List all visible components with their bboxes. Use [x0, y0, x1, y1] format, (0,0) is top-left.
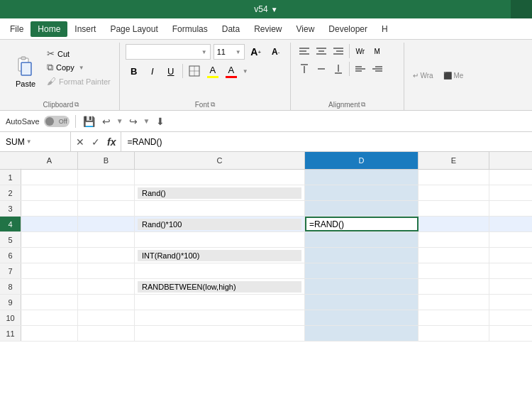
font-color-dropdown-icon[interactable]: ▼ [243, 68, 248, 75]
font-size-decrease-button[interactable]: A- [267, 44, 284, 60]
cell-a3[interactable] [21, 201, 78, 216]
menu-file[interactable]: File [3, 21, 31, 37]
cell-d1[interactable] [305, 170, 419, 185]
cell-b7[interactable] [78, 263, 135, 278]
cell-d7[interactable] [305, 263, 419, 278]
copy-button[interactable]: ⧉ Copy ▼ [44, 60, 113, 75]
cell-c8[interactable]: RANDBETWEEN(low,high) [135, 279, 305, 294]
menu-page-layout[interactable]: Page Layout [103, 21, 165, 37]
align-left-button[interactable] [297, 44, 312, 58]
cell-e8[interactable] [419, 279, 489, 294]
row-header-1[interactable]: 1 [0, 170, 21, 185]
cell-b3[interactable] [78, 201, 135, 216]
menu-view[interactable]: View [289, 21, 322, 37]
align-center-button[interactable] [314, 44, 329, 58]
cell-a2[interactable] [21, 185, 78, 200]
cell-b11[interactable] [78, 326, 135, 341]
col-header-a[interactable]: A [21, 152, 78, 169]
redo-icon[interactable]: ↪ [128, 114, 139, 129]
cell-d5[interactable] [305, 232, 419, 247]
cell-e2[interactable] [419, 185, 489, 200]
cell-c11[interactable] [135, 326, 305, 341]
fx-icon[interactable]: fx [105, 135, 118, 149]
menu-developer[interactable]: Developer [321, 21, 375, 37]
cell-d8[interactable] [305, 279, 419, 294]
row-header-5[interactable]: 5 [0, 232, 21, 247]
cell-e6[interactable] [419, 248, 489, 263]
cell-e3[interactable] [419, 201, 489, 216]
col-header-d[interactable]: D [305, 152, 419, 169]
highlight-color-button[interactable]: A [204, 63, 221, 79]
font-expand-icon[interactable]: ⧉ [211, 101, 215, 109]
cell-a4[interactable] [21, 217, 78, 231]
indent-decrease-button[interactable] [353, 62, 368, 76]
cell-b1[interactable] [78, 170, 135, 185]
cell-c2[interactable]: Rand() [135, 185, 305, 200]
autosave-toggle[interactable]: Off [44, 116, 70, 127]
cell-c10[interactable] [135, 310, 305, 325]
save-icon[interactable]: 💾 [82, 114, 96, 129]
cell-c6[interactable]: INT(Rand()*100) [135, 248, 305, 263]
valign-middle-button[interactable] [314, 62, 329, 76]
cell-e7[interactable] [419, 263, 489, 278]
cell-d2[interactable] [305, 185, 419, 200]
font-size-box[interactable]: 11 ▼ [214, 44, 245, 60]
row-header-2[interactable]: 2 [0, 185, 21, 200]
cell-b10[interactable] [78, 310, 135, 325]
cell-e10[interactable] [419, 310, 489, 325]
cell-e11[interactable] [419, 326, 489, 341]
menu-home[interactable]: Home [31, 21, 67, 37]
formula-input[interactable]: =RAND() [121, 132, 532, 151]
font-size-increase-button[interactable]: A+ [248, 44, 265, 60]
font-color-button[interactable]: A [223, 63, 240, 79]
cell-d4[interactable]: =RAND() [305, 217, 419, 231]
row-header-3[interactable]: 3 [0, 201, 21, 216]
merge-label[interactable]: ⬛ Me [440, 69, 467, 82]
bold-button[interactable]: B [126, 63, 143, 79]
align-right-button[interactable] [331, 44, 346, 58]
border-button[interactable] [186, 63, 203, 79]
close-button[interactable] [511, 0, 532, 18]
name-box[interactable]: SUM ▼ [0, 132, 71, 151]
cut-button[interactable]: ✂ Cut [44, 47, 113, 60]
cell-c5[interactable] [135, 232, 305, 247]
underline-button[interactable]: U [162, 63, 179, 79]
cell-b9[interactable] [78, 295, 135, 310]
paste-button[interactable]: Paste [9, 44, 43, 99]
font-name-box[interactable]: ▼ [126, 44, 211, 60]
cell-c7[interactable] [135, 263, 305, 278]
row-header-9[interactable]: 9 [0, 295, 21, 310]
cell-e5[interactable] [419, 232, 489, 247]
col-header-b[interactable]: B [78, 152, 135, 169]
cell-b6[interactable] [78, 248, 135, 263]
cell-a11[interactable] [21, 326, 78, 341]
alignment-expand-icon[interactable]: ⧉ [361, 101, 365, 109]
row-header-7[interactable]: 7 [0, 263, 21, 278]
row-header-4[interactable]: 4 [0, 217, 21, 231]
menu-review[interactable]: Review [247, 21, 289, 37]
undo-icon[interactable]: ↩ [101, 114, 112, 129]
cell-a8[interactable] [21, 279, 78, 294]
cell-d6[interactable] [305, 248, 419, 263]
row-header-8[interactable]: 8 [0, 279, 21, 294]
cell-c9[interactable] [135, 295, 305, 310]
cell-e4[interactable] [419, 217, 489, 231]
cell-c4[interactable]: Rand()*100 [135, 217, 305, 231]
cell-b2[interactable] [78, 185, 135, 200]
cell-a9[interactable] [21, 295, 78, 310]
cancel-formula-icon[interactable]: ✕ [74, 135, 87, 149]
wrap-text-button[interactable]: Wr [353, 44, 368, 58]
cell-e1[interactable] [419, 170, 489, 185]
cell-e9[interactable] [419, 295, 489, 310]
cell-a10[interactable] [21, 310, 78, 325]
confirm-formula-icon[interactable]: ✓ [89, 135, 102, 149]
indent-increase-button[interactable] [370, 62, 385, 76]
col-header-c[interactable]: C [135, 152, 305, 169]
row-header-10[interactable]: 10 [0, 310, 21, 325]
cell-a5[interactable] [21, 232, 78, 247]
cell-d3[interactable] [305, 201, 419, 216]
row-header-6[interactable]: 6 [0, 248, 21, 263]
cell-b8[interactable] [78, 279, 135, 294]
redo-dropdown-icon[interactable]: ▼ [143, 117, 150, 125]
menu-insert[interactable]: Insert [67, 21, 103, 37]
